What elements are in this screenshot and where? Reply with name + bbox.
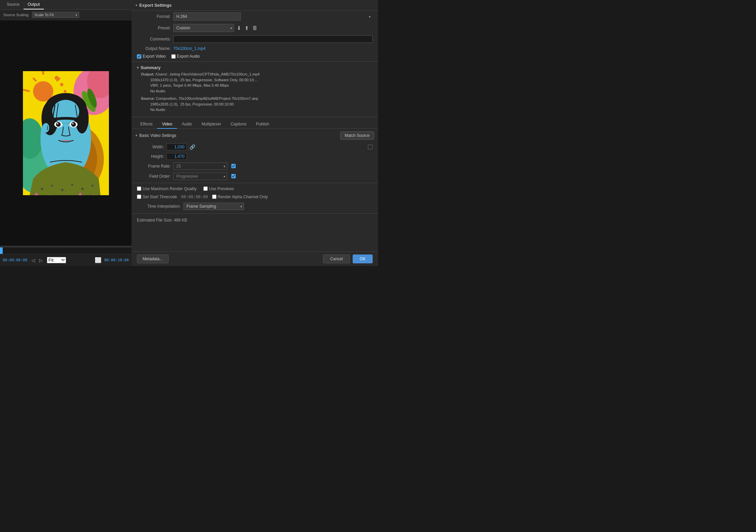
render-alpha-checkbox[interactable]: [212, 195, 216, 199]
set-start-timecode-checkbox[interactable]: [137, 195, 141, 199]
set-start-timecode-label[interactable]: Set Start Timecode: [137, 195, 177, 199]
use-previews-label[interactable]: Use Previews: [203, 186, 234, 191]
export-video-checkbox[interactable]: [137, 54, 141, 59]
fit-wrapper: Fit: [47, 257, 66, 263]
frame-icon: ⬜: [95, 257, 101, 263]
tab-bar: Source Output: [0, 0, 132, 10]
preset-select[interactable]: Custom: [173, 24, 234, 32]
tab-captions[interactable]: Captions: [226, 120, 251, 128]
frame-rate-select[interactable]: 25: [173, 162, 227, 170]
preset-row: Preset: Custom ⬇ ⬆ 🗑: [132, 22, 378, 34]
svg-text:✦: ✦: [40, 186, 44, 192]
svg-text:✦: ✦: [90, 183, 94, 188]
svg-point-31: [42, 123, 49, 132]
max-render-quality-checkbox[interactable]: [137, 186, 141, 191]
frame-rate-checkbox[interactable]: [231, 164, 236, 168]
svg-text:✦: ✦: [70, 182, 74, 187]
time-interp-select[interactable]: Frame Sampling: [183, 203, 244, 210]
time-interp-label: Time Interpolation:: [137, 204, 181, 209]
render-alpha-label[interactable]: Render Alpha Channel Only: [212, 195, 268, 199]
svg-point-8: [55, 76, 59, 80]
match-source-btn[interactable]: Match Source: [340, 131, 374, 140]
output-name-link[interactable]: 70x100cm_1.mp4: [173, 46, 373, 51]
svg-point-9: [60, 83, 63, 86]
tab-audio[interactable]: Audio: [177, 120, 197, 128]
delete-preset-btn[interactable]: 🗑: [252, 24, 258, 32]
frame-rate-row: Frame Rate: 25: [132, 161, 378, 171]
export-audio-checkbox[interactable]: [171, 54, 176, 59]
source-summary-line: Source: Composition, 70x100cm/tmpAEtoAME…: [141, 96, 373, 113]
collapse-export-settings-btn[interactable]: ▾: [136, 3, 137, 7]
ok-btn[interactable]: OK: [353, 255, 373, 263]
summary-section: ▾ Summary Output: /Users/...keting Files…: [132, 63, 378, 115]
tab-source[interactable]: Source: [3, 0, 24, 9]
use-previews-checkbox[interactable]: [203, 186, 208, 191]
time-interp-row: Time Interpolation: Frame Sampling: [132, 201, 378, 212]
format-label: Format:: [137, 14, 171, 19]
field-order-select[interactable]: Progressive: [173, 173, 227, 180]
svg-point-10: [64, 90, 66, 93]
export-video-label[interactable]: Export Video: [137, 54, 166, 59]
timeline-scrubber[interactable]: [0, 247, 132, 254]
right-panel: ▾ Export Settings Format: H.264 Preset: …: [132, 0, 378, 266]
preview-image: ✦ ✦ ✦ ✦ ✦ ✦: [23, 71, 109, 195]
height-row: Height:: [132, 152, 378, 161]
format-row: Format: H.264: [132, 11, 378, 22]
time-start: 00:00:00:00: [3, 258, 27, 262]
comments-input[interactable]: [173, 35, 373, 43]
metadata-btn[interactable]: Metadata...: [137, 255, 169, 263]
export-audio-label[interactable]: Export Audio: [171, 54, 200, 59]
source-scaling-wrapper: Scale To Fit: [32, 12, 79, 18]
save-preset-btn[interactable]: ⬇: [236, 24, 242, 32]
render-options: Use Maximum Render Quality Use Previews: [132, 184, 378, 193]
export-settings-header: ▾ Export Settings: [132, 0, 378, 11]
estimated-size-value: 488 KB: [174, 218, 187, 223]
preset-control: Custom ⬇ ⬆ 🗑: [173, 24, 373, 32]
source-summary-label: Source:: [141, 96, 155, 100]
import-preset-btn[interactable]: ⬆: [244, 24, 250, 32]
left-panel: Source Output Source Scaling: Scale To F…: [0, 0, 132, 266]
scrubber-handle[interactable]: [0, 247, 3, 254]
next-frame-btn[interactable]: ▷: [38, 257, 44, 264]
source-scaling-select[interactable]: Scale To Fit: [32, 12, 79, 18]
max-render-quality-label[interactable]: Use Maximum Render Quality: [137, 186, 197, 191]
divider-4: [132, 213, 378, 214]
source-scaling-label: Source Scaling:: [3, 13, 29, 17]
divider-1: [132, 61, 378, 62]
timecode-value: 00:00:00:00: [181, 195, 208, 199]
format-select[interactable]: H.264: [173, 12, 241, 21]
prev-frame-btn[interactable]: ◁: [30, 257, 36, 264]
field-order-label: Field Order:: [137, 174, 171, 179]
basic-video-settings-title: Basic Video Settings: [139, 133, 176, 138]
output-summary-line: Output: /Users/...keting Files/Videos/CP…: [141, 71, 373, 94]
tab-effects[interactable]: Effects: [136, 120, 157, 128]
tab-video[interactable]: Video: [157, 120, 177, 128]
tab-multiplexer[interactable]: Multiplexer: [197, 120, 226, 128]
collapse-summary-btn[interactable]: ▾: [137, 66, 139, 69]
output-summary-label: Output:: [141, 72, 154, 76]
source-scaling-bar: Source Scaling: Scale To Fit: [0, 10, 132, 20]
tab-publish[interactable]: Publish: [251, 120, 274, 128]
time-end: 00:00:10:00: [104, 258, 129, 262]
aspect-ratio-square[interactable]: [368, 145, 373, 149]
tab-output[interactable]: Output: [24, 0, 44, 9]
svg-point-27: [56, 122, 61, 127]
preview-area: ✦ ✦ ✦ ✦ ✦ ✦: [0, 20, 132, 246]
height-input[interactable]: [167, 153, 187, 160]
cancel-btn[interactable]: Cancel: [323, 255, 350, 263]
divider-2: [132, 117, 378, 117]
frame-rate-wrapper: 25: [173, 162, 227, 170]
export-settings-title: Export Settings: [139, 3, 172, 8]
estimated-size-label: Estimated File Size:: [137, 218, 173, 223]
summary-content: Output: /Users/...keting Files/Videos/CP…: [137, 71, 373, 113]
timeline-bar: 00:00:00:00 ◁ ▷ Fit ⬜ 00:00:10:00: [0, 254, 132, 266]
action-buttons: Cancel OK: [323, 255, 373, 263]
field-order-checkbox[interactable]: [231, 174, 236, 178]
svg-point-30: [72, 123, 74, 124]
link-dimensions-icon[interactable]: 🔗: [190, 144, 195, 150]
format-wrapper: H.264: [173, 12, 373, 21]
width-input[interactable]: [167, 144, 187, 150]
fit-select[interactable]: Fit: [47, 257, 66, 263]
collapse-bvs-btn[interactable]: ▾: [136, 134, 137, 137]
video-tabs: Effects Video Audio Multiplexer Captions…: [132, 120, 378, 129]
